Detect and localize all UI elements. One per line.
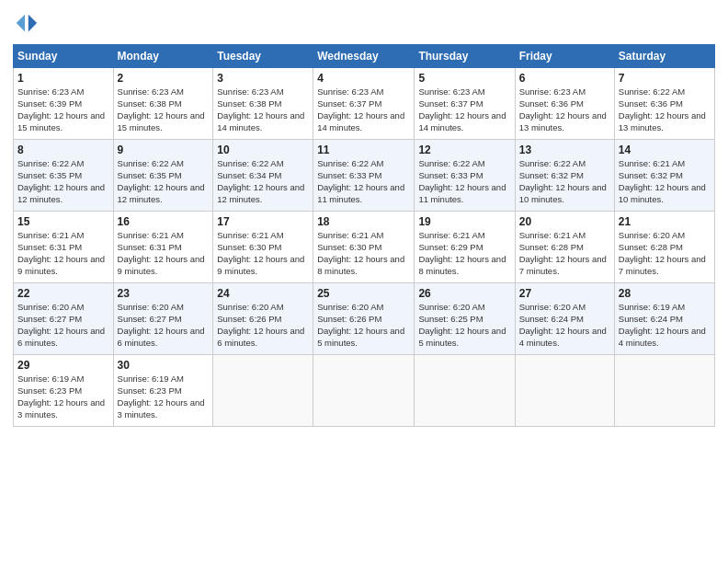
calendar-cell: 11Sunrise: 6:22 AMSunset: 6:33 PMDayligh… bbox=[313, 140, 415, 212]
calendar-cell: 29Sunrise: 6:19 AMSunset: 6:23 PMDayligh… bbox=[14, 355, 114, 427]
daylight-text: Daylight: 12 hours and 12 minutes. bbox=[217, 182, 304, 204]
calendar-cell: 13Sunrise: 6:22 AMSunset: 6:32 PMDayligh… bbox=[515, 140, 614, 212]
daylight-text: Daylight: 12 hours and 13 minutes. bbox=[619, 110, 706, 132]
calendar-day-header: Thursday bbox=[415, 45, 515, 68]
sunrise-text: Sunrise: 6:23 AM bbox=[17, 86, 84, 97]
sunset-text: Sunset: 6:35 PM bbox=[17, 170, 82, 180]
calendar-cell: 9Sunrise: 6:22 AMSunset: 6:35 PMDaylight… bbox=[113, 140, 213, 212]
day-number: 14 bbox=[619, 143, 711, 157]
sunset-text: Sunset: 6:27 PM bbox=[17, 314, 82, 324]
sunrise-text: Sunrise: 6:21 AM bbox=[619, 158, 685, 168]
sunset-text: Sunset: 6:28 PM bbox=[619, 242, 683, 252]
calendar-cell: 18Sunrise: 6:21 AMSunset: 6:30 PMDayligh… bbox=[313, 212, 415, 283]
calendar-table: SundayMondayTuesdayWednesdayThursdayFrid… bbox=[13, 44, 715, 427]
sunrise-text: Sunrise: 6:19 AM bbox=[619, 302, 685, 312]
calendar-week-row: 1Sunrise: 6:23 AMSunset: 6:39 PMDaylight… bbox=[14, 68, 715, 140]
day-number: 7 bbox=[619, 71, 711, 86]
calendar-week-row: 15Sunrise: 6:21 AMSunset: 6:31 PMDayligh… bbox=[14, 212, 715, 283]
logo-icon bbox=[13, 11, 39, 37]
calendar-cell: 5Sunrise: 6:23 AMSunset: 6:37 PMDaylight… bbox=[415, 68, 515, 140]
daylight-text: Daylight: 12 hours and 4 minutes. bbox=[619, 326, 706, 348]
day-number: 15 bbox=[17, 214, 109, 229]
sunrise-text: Sunrise: 6:20 AM bbox=[418, 302, 484, 312]
svg-marker-0 bbox=[28, 15, 37, 32]
sunrise-text: Sunrise: 6:20 AM bbox=[317, 302, 383, 312]
sunrise-text: Sunrise: 6:19 AM bbox=[17, 373, 84, 384]
daylight-text: Daylight: 12 hours and 7 minutes. bbox=[619, 254, 706, 276]
calendar-cell: 8Sunrise: 6:22 AMSunset: 6:35 PMDaylight… bbox=[14, 140, 114, 212]
daylight-text: Daylight: 12 hours and 14 minutes. bbox=[317, 110, 404, 132]
calendar-day-header: Saturday bbox=[614, 45, 714, 68]
calendar-cell: 14Sunrise: 6:21 AMSunset: 6:32 PMDayligh… bbox=[614, 140, 714, 212]
day-number: 13 bbox=[519, 143, 610, 157]
day-number: 20 bbox=[519, 214, 610, 229]
sunrise-text: Sunrise: 6:19 AM bbox=[118, 373, 184, 384]
page: SundayMondayTuesdayWednesdayThursdayFrid… bbox=[0, 0, 728, 563]
calendar-cell: 17Sunrise: 6:21 AMSunset: 6:30 PMDayligh… bbox=[213, 212, 313, 283]
sunrise-text: Sunrise: 6:22 AM bbox=[418, 158, 484, 168]
day-number: 4 bbox=[317, 71, 410, 86]
day-number: 16 bbox=[118, 214, 210, 229]
sunset-text: Sunset: 6:32 PM bbox=[519, 170, 584, 180]
sunset-text: Sunset: 6:30 PM bbox=[217, 242, 281, 252]
daylight-text: Daylight: 12 hours and 11 minutes. bbox=[418, 182, 506, 204]
sunset-text: Sunset: 6:39 PM bbox=[17, 98, 82, 109]
sunrise-text: Sunrise: 6:21 AM bbox=[17, 230, 84, 240]
sunset-text: Sunset: 6:35 PM bbox=[118, 170, 182, 180]
calendar-cell: 27Sunrise: 6:20 AMSunset: 6:24 PMDayligh… bbox=[515, 283, 614, 355]
sunset-text: Sunset: 6:36 PM bbox=[519, 98, 584, 109]
day-number: 30 bbox=[118, 358, 210, 373]
sunrise-text: Sunrise: 6:21 AM bbox=[118, 230, 184, 240]
calendar-cell bbox=[614, 355, 714, 427]
calendar-cell: 2Sunrise: 6:23 AMSunset: 6:38 PMDaylight… bbox=[113, 68, 213, 140]
daylight-text: Daylight: 12 hours and 13 minutes. bbox=[519, 110, 607, 132]
calendar-cell: 3Sunrise: 6:23 AMSunset: 6:38 PMDaylight… bbox=[213, 68, 313, 140]
day-number: 2 bbox=[118, 71, 210, 86]
calendar-cell: 22Sunrise: 6:20 AMSunset: 6:27 PMDayligh… bbox=[14, 283, 114, 355]
sunrise-text: Sunrise: 6:21 AM bbox=[317, 230, 383, 240]
day-number: 8 bbox=[17, 143, 109, 157]
sunrise-text: Sunrise: 6:23 AM bbox=[217, 86, 283, 97]
daylight-text: Daylight: 12 hours and 3 minutes. bbox=[118, 397, 205, 419]
calendar-cell bbox=[313, 355, 415, 427]
sunrise-text: Sunrise: 6:22 AM bbox=[317, 158, 383, 168]
daylight-text: Daylight: 12 hours and 6 minutes. bbox=[17, 326, 105, 348]
sunrise-text: Sunrise: 6:22 AM bbox=[519, 158, 586, 168]
day-number: 3 bbox=[217, 71, 309, 86]
sunset-text: Sunset: 6:37 PM bbox=[418, 98, 483, 109]
sunrise-text: Sunrise: 6:22 AM bbox=[118, 158, 184, 168]
sunrise-text: Sunrise: 6:22 AM bbox=[619, 86, 685, 97]
calendar-cell: 15Sunrise: 6:21 AMSunset: 6:31 PMDayligh… bbox=[14, 212, 114, 283]
sunset-text: Sunset: 6:25 PM bbox=[418, 314, 483, 324]
daylight-text: Daylight: 12 hours and 15 minutes. bbox=[17, 110, 105, 132]
daylight-text: Daylight: 12 hours and 5 minutes. bbox=[418, 326, 506, 348]
sunrise-text: Sunrise: 6:21 AM bbox=[217, 230, 283, 240]
sunset-text: Sunset: 6:24 PM bbox=[519, 314, 584, 324]
calendar-cell: 26Sunrise: 6:20 AMSunset: 6:25 PMDayligh… bbox=[415, 283, 515, 355]
sunrise-text: Sunrise: 6:23 AM bbox=[317, 86, 383, 97]
daylight-text: Daylight: 12 hours and 6 minutes. bbox=[217, 326, 304, 348]
sunset-text: Sunset: 6:23 PM bbox=[17, 385, 82, 396]
calendar-cell: 20Sunrise: 6:21 AMSunset: 6:28 PMDayligh… bbox=[515, 212, 614, 283]
daylight-text: Daylight: 12 hours and 15 minutes. bbox=[118, 110, 205, 132]
sunrise-text: Sunrise: 6:22 AM bbox=[217, 158, 283, 168]
calendar-cell bbox=[213, 355, 313, 427]
sunrise-text: Sunrise: 6:20 AM bbox=[619, 230, 685, 240]
sunrise-text: Sunrise: 6:21 AM bbox=[519, 230, 586, 240]
sunrise-text: Sunrise: 6:21 AM bbox=[418, 230, 484, 240]
calendar-cell bbox=[415, 355, 515, 427]
calendar-week-row: 22Sunrise: 6:20 AMSunset: 6:27 PMDayligh… bbox=[14, 283, 715, 355]
sunrise-text: Sunrise: 6:22 AM bbox=[17, 158, 84, 168]
daylight-text: Daylight: 12 hours and 11 minutes. bbox=[317, 182, 404, 204]
calendar-cell: 21Sunrise: 6:20 AMSunset: 6:28 PMDayligh… bbox=[614, 212, 714, 283]
calendar-week-row: 8Sunrise: 6:22 AMSunset: 6:35 PMDaylight… bbox=[14, 140, 715, 212]
sunrise-text: Sunrise: 6:23 AM bbox=[519, 86, 586, 97]
day-number: 12 bbox=[418, 143, 510, 157]
logo bbox=[13, 11, 42, 37]
svg-marker-1 bbox=[17, 15, 25, 32]
calendar-cell bbox=[515, 355, 614, 427]
calendar-cell: 6Sunrise: 6:23 AMSunset: 6:36 PMDaylight… bbox=[515, 68, 614, 140]
sunset-text: Sunset: 6:38 PM bbox=[118, 98, 182, 109]
daylight-text: Daylight: 12 hours and 14 minutes. bbox=[418, 110, 506, 132]
sunset-text: Sunset: 6:32 PM bbox=[619, 170, 683, 180]
